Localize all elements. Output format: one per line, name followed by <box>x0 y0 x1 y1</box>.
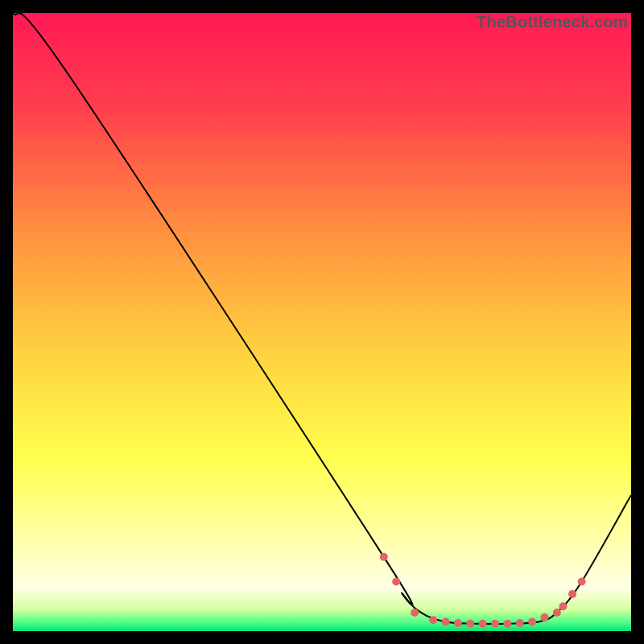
highlight-point <box>528 617 536 625</box>
gradient-background <box>13 13 631 631</box>
highlight-point <box>491 620 499 628</box>
highlight-point <box>479 620 487 628</box>
highlight-point <box>380 553 388 561</box>
highlight-point <box>454 619 462 627</box>
highlight-point <box>568 590 576 598</box>
highlight-point <box>503 620 511 628</box>
highlight-point <box>392 578 400 586</box>
highlight-point <box>411 609 419 617</box>
highlight-point <box>540 613 548 621</box>
highlight-point <box>559 602 568 610</box>
highlight-point <box>578 578 586 586</box>
highlight-point <box>553 609 561 617</box>
watermark-text: TheBottleneck.com <box>477 13 628 31</box>
highlight-point <box>516 619 524 627</box>
chart-stage: TheBottleneck.com <box>0 0 644 644</box>
plot-area: TheBottleneck.com <box>13 13 631 631</box>
highlight-point <box>429 616 437 624</box>
chart-svg <box>13 13 631 631</box>
highlight-point <box>466 620 474 628</box>
highlight-point <box>442 617 450 625</box>
